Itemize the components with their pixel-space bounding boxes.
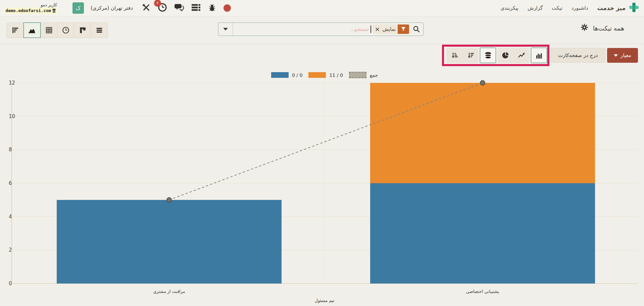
page-title: همه تیکت‌ها (593, 24, 624, 32)
svg-text:پشتیبانی اختصاصی: پشتیبانی اختصاصی (466, 289, 499, 294)
database-icon (52, 8, 56, 13)
record-dot-icon[interactable] (224, 4, 231, 12)
svg-text:8: 8 (9, 147, 12, 153)
menu-configuration[interactable]: پیکربندی (500, 5, 518, 11)
menu-reports[interactable]: گزارش (528, 5, 543, 11)
chart-legend: 0 / 0 11 / 0 جمع (271, 72, 378, 78)
panel-separator (0, 44, 644, 44)
activity-view-icon (62, 26, 70, 34)
avatar[interactable]: ک (72, 2, 84, 14)
app-brand[interactable]: میز خدمت (597, 2, 639, 14)
stacked-icon (484, 51, 492, 60)
pie-chart-button[interactable] (497, 48, 513, 63)
search-filters-dropdown-toggle[interactable] (218, 23, 233, 36)
company-switcher[interactable]: دفتر تهران (مرکزی) (91, 5, 133, 11)
legend-swatch-total[interactable] (349, 72, 366, 78)
activity-count-badge: ۲ (154, 0, 161, 7)
pie-chart-icon (501, 51, 509, 59)
graph-view-icon (28, 26, 37, 34)
search-input[interactable]: جستجو... (233, 23, 372, 36)
menu-tickets[interactable]: تیکت (552, 5, 562, 11)
list-view-icon (95, 26, 103, 34)
bars-view-icon (11, 26, 19, 34)
list-view-button[interactable] (91, 22, 108, 38)
chevron-down-icon (223, 28, 228, 31)
bug-icon[interactable] (208, 3, 216, 13)
menu-dashboard[interactable]: داشبورد (572, 5, 588, 11)
view-switcher (7, 22, 108, 38)
svg-text:مراقبت از مشتری: مراقبت از مشتری (153, 289, 185, 294)
activity-view-button[interactable] (57, 22, 74, 38)
kanban-view-icon (79, 26, 87, 34)
bar-chart-button[interactable] (531, 48, 547, 63)
line-chart-icon (517, 51, 526, 59)
gear-icon[interactable] (581, 23, 588, 33)
helpdesk-graph-page: 024681012مراقبت از مشتریپشتیبانی اختصاصی… (0, 0, 644, 306)
search-placeholder: جستجو... (350, 27, 369, 32)
measures-button[interactable]: معیار (607, 48, 638, 63)
pivot-view-icon (45, 26, 53, 34)
user-name: کاربر دمو (39, 2, 57, 8)
legend-label-series-1[interactable]: 0 / 0 (292, 72, 302, 78)
database-name: demo.odoofarsi.com (5, 8, 57, 14)
measures-label: معیار (621, 52, 631, 58)
svg-text:4: 4 (9, 214, 12, 220)
filter-facet[interactable]: نمایش (373, 24, 409, 34)
legend-swatch-orange[interactable] (308, 72, 326, 78)
kanban-view-button[interactable] (74, 22, 91, 38)
queue-icon[interactable] (191, 3, 201, 13)
facet-label: نمایش (382, 24, 398, 34)
user-menu[interactable]: کاربر دمو demo.odoofarsi.com (3, 2, 57, 13)
svg-text:6: 6 (9, 180, 12, 186)
activities-clock[interactable]: ۲ (158, 3, 167, 13)
bar-chart-icon (535, 51, 543, 59)
helpdesk-logo-icon (629, 2, 639, 14)
sort-ascending-button[interactable] (446, 48, 462, 63)
legend-label-series-2[interactable]: 11 / 0 (329, 72, 343, 78)
line-chart-button[interactable] (513, 48, 530, 63)
top-navbar: میز خدمت داشبورد تیکت گزارش پیکربندی کار… (0, 0, 644, 16)
sort-descending-button[interactable] (462, 48, 479, 63)
svg-text:تیم مسئول: تیم مسئول (315, 298, 335, 303)
tools-icon[interactable] (142, 3, 151, 13)
search-bar: جستجو... نمایش (218, 22, 424, 36)
nav-main-menu: میز خدمت داشبورد تیکت گزارش پیکربندی (500, 0, 639, 16)
funnel-icon (398, 24, 409, 34)
system-icons: ۲ (142, 3, 231, 13)
svg-text:2: 2 (9, 247, 12, 253)
chat-icon[interactable] (174, 3, 184, 13)
legend-label-total[interactable]: جمع (370, 72, 378, 78)
pivot-view-button[interactable] (40, 22, 57, 38)
svg-text:0: 0 (9, 280, 12, 287)
breadcrumb: همه تیکت‌ها (581, 23, 624, 33)
legend-swatch-blue[interactable] (271, 72, 289, 78)
insert-in-spreadsheet-button[interactable]: درج در صفحه‌کارت (550, 48, 605, 63)
close-icon[interactable] (373, 24, 382, 34)
app-name: میز خدمت (597, 5, 626, 11)
stacked-toggle-button[interactable] (480, 48, 496, 63)
sort-desc-icon (466, 51, 475, 59)
bars-view-button[interactable] (7, 22, 24, 38)
chart-toolbar-highlight-box (442, 45, 549, 66)
graph-view-button[interactable] (23, 22, 41, 38)
nav-system-tray: کاربر دمو demo.odoofarsi.com ک دفتر تهرا… (3, 0, 231, 16)
chevron-down-icon (614, 54, 618, 57)
search-icon[interactable] (411, 25, 423, 33)
text-cursor (370, 26, 371, 33)
sort-asc-icon (450, 51, 458, 59)
